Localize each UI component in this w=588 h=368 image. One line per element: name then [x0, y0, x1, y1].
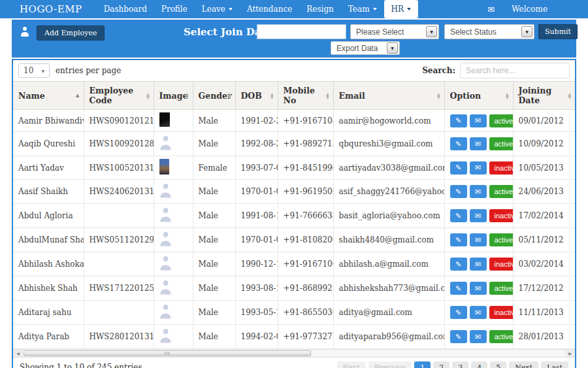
please-select-dropdown[interactable]: Please Select ▼ — [350, 24, 439, 39]
column-label: Employee Code — [90, 86, 134, 105]
scrollbar-thumb[interactable] — [24, 350, 311, 356]
edit-button[interactable]: ✎ — [450, 330, 467, 343]
scroll-left-icon[interactable]: ◀ — [13, 350, 23, 357]
search-label: Search: — [422, 66, 455, 75]
status-badge[interactable]: active — [489, 282, 514, 295]
column-header-name[interactable]: Name▲ — [13, 82, 84, 110]
cell-name: Aditaraj sahu — [13, 301, 84, 325]
status-badge[interactable]: inactive — [489, 306, 514, 319]
mail-button[interactable]: ✉ — [470, 137, 487, 150]
edit-button[interactable]: ✎ — [450, 258, 467, 271]
table-row: Aarti YadavHWS10052013115Female1993-07-0… — [13, 156, 575, 180]
entries-per-page-select[interactable]: 10 ▼ — [18, 63, 50, 78]
page-button-1[interactable]: 1 — [414, 361, 431, 368]
export-data-dropdown[interactable]: Export Data ▼ — [331, 41, 400, 55]
nav-menu: DashboardProfileLeaveAttendanceResignTea… — [97, 0, 418, 18]
column-header-employee-code[interactable]: Employee Code▲▼ — [84, 82, 154, 110]
mail-button[interactable]: ✉ — [470, 233, 487, 246]
column-label: Email — [339, 91, 365, 101]
status-badge[interactable]: active — [489, 137, 514, 150]
edit-button[interactable]: ✎ — [450, 185, 467, 198]
next-page-button[interactable]: Next — [509, 361, 538, 368]
column-header-mobile-no[interactable]: Mobile No▲▼ — [278, 82, 333, 110]
nav-item-resign[interactable]: Resign — [299, 0, 341, 18]
mail-button[interactable]: ✉ — [470, 306, 487, 319]
entries-summary: Showing 1 to 10 of 245 entries — [20, 363, 142, 368]
mail-button[interactable]: ✉ — [470, 258, 487, 271]
cell-email: aamir@hogoworld.com — [333, 110, 444, 132]
page-button-2[interactable]: 2 — [433, 361, 449, 368]
mail-button[interactable]: ✉ — [470, 330, 487, 343]
join-date-input[interactable] — [257, 24, 346, 39]
scroll-right-icon[interactable]: ▶ — [565, 350, 575, 357]
edit-button[interactable]: ✎ — [450, 137, 467, 150]
column-header-image[interactable]: Image▲▼ — [154, 82, 193, 110]
mail-icon[interactable]: ✉ — [487, 5, 495, 14]
status-badge[interactable]: active — [489, 114, 514, 127]
first-page-button[interactable]: First — [337, 361, 366, 368]
edit-button[interactable]: ✎ — [450, 114, 467, 127]
nav-item-team[interactable]: Team — [341, 0, 384, 18]
page-button-4[interactable]: 4 — [471, 361, 487, 368]
status-badge[interactable]: active — [489, 185, 514, 198]
add-employee-button[interactable]: Add Employee — [37, 25, 105, 41]
cell-option: ✎✉active — [444, 180, 513, 204]
horizontal-scrollbar[interactable]: ◀ ▶ — [13, 349, 575, 358]
cell-name: Aasif Shaikh — [13, 180, 84, 204]
cell-option: ✎✉active — [444, 132, 513, 156]
cell-name: Aaqib Qureshi — [13, 132, 84, 156]
status-badge[interactable]: active — [489, 330, 514, 343]
cell-image — [154, 156, 193, 180]
nav-item-profile[interactable]: Profile — [154, 0, 195, 18]
table-row: AbdulMunaf ShaikhHWS0511201293Male1970-0… — [13, 228, 575, 252]
table-row: Aaqib QureshiHWS1009201280Male1992-08-28… — [13, 132, 575, 156]
cell-joining-date: 05/11/2012 — [513, 228, 575, 252]
nav-item-leave[interactable]: Leave — [195, 0, 240, 18]
status-badge[interactable]: inactive — [489, 161, 514, 175]
mail-button[interactable]: ✉ — [470, 114, 487, 127]
cell-dob: 1993-07-03 — [235, 156, 278, 180]
mail-button[interactable]: ✉ — [470, 209, 487, 222]
select-status-dropdown[interactable]: Select Status ▼ — [444, 24, 534, 39]
column-header-dob[interactable]: DOB▲▼ — [235, 82, 278, 110]
column-header-joining-date[interactable]: Joining Date▲▼ — [513, 82, 575, 110]
column-label: DOB — [241, 91, 262, 101]
status-badge[interactable]: inactive — [489, 258, 514, 271]
cell-image — [154, 252, 193, 276]
search-input[interactable] — [460, 63, 570, 78]
brand-logo[interactable]: HOGO-EMP — [20, 3, 82, 15]
submit-button[interactable]: Submit — [538, 24, 578, 39]
export-data-value: Export Data — [331, 44, 387, 53]
last-page-button[interactable]: Last — [541, 361, 568, 368]
edit-button[interactable]: ✎ — [450, 306, 467, 319]
sort-icon: ▲▼ — [228, 92, 231, 99]
cell-email: aditya@gmail.com — [333, 301, 444, 325]
cell-email: basit_agloria@yahoo.com — [333, 204, 444, 228]
column-header-email[interactable]: Email▲▼ — [333, 82, 444, 110]
welcome-text[interactable]: Welcome — [512, 5, 547, 14]
column-header-option[interactable]: Option▲▼ — [444, 82, 513, 110]
scrollbar-grip — [165, 352, 170, 355]
caret-down-icon — [373, 8, 377, 10]
edit-button[interactable]: ✎ — [450, 161, 467, 175]
nav-item-dashboard[interactable]: Dashboard — [97, 0, 154, 18]
cell-email: qbqureshi3@gmail.com — [333, 132, 444, 156]
mail-button[interactable]: ✉ — [470, 161, 487, 175]
column-label: Name — [18, 91, 45, 101]
sort-icon: ▲▼ — [568, 92, 571, 99]
edit-button[interactable]: ✎ — [450, 282, 467, 295]
mail-button[interactable]: ✉ — [470, 185, 487, 198]
page-button-5[interactable]: 5 — [490, 361, 506, 368]
previous-page-button[interactable]: Previous — [368, 361, 412, 368]
mail-button[interactable]: ✉ — [470, 282, 487, 295]
page-button-3[interactable]: 3 — [452, 361, 468, 368]
nav-item-hr[interactable]: HR — [384, 0, 419, 18]
edit-button[interactable]: ✎ — [450, 209, 467, 222]
nav-item-attendance[interactable]: Attendance — [240, 0, 299, 18]
chevron-down-icon: ▼ — [41, 69, 44, 73]
status-badge[interactable]: inactive — [489, 209, 514, 222]
edit-button[interactable]: ✎ — [450, 233, 467, 246]
status-badge[interactable]: active — [489, 233, 514, 246]
person-placeholder-icon — [159, 135, 172, 151]
column-header-gender[interactable]: Gender▲▼ — [193, 82, 235, 110]
